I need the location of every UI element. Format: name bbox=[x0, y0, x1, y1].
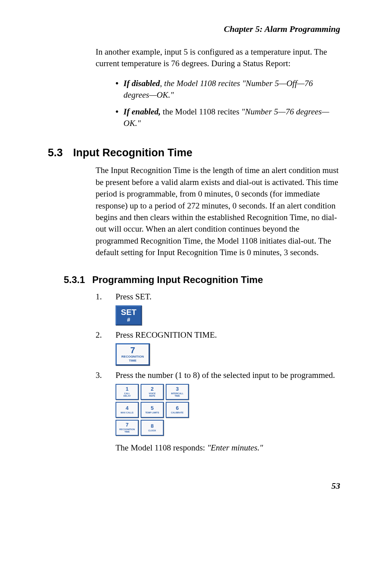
keypad-key-2[interactable]: 2 VOICEREPS bbox=[141, 384, 164, 400]
button-label-line2: TIME bbox=[129, 359, 136, 363]
key-label: RECOGNITIONTIME bbox=[119, 428, 135, 433]
key-number: 4 bbox=[125, 405, 128, 411]
key-label: TEMP LIMITS bbox=[145, 411, 159, 414]
step-2: 2. Press RECOGNITION TIME. bbox=[96, 329, 340, 341]
intro-paragraph: In another example, input 5 is configure… bbox=[96, 46, 340, 70]
keypad-key-1[interactable]: 1 CALLDELAY bbox=[116, 384, 139, 400]
key-label: MAX CALLS bbox=[121, 411, 133, 414]
button-number: 7 bbox=[130, 346, 135, 355]
keypad-key-8[interactable]: 8 CLOCK bbox=[141, 420, 164, 436]
step-number: 3. bbox=[96, 370, 116, 381]
set-button[interactable]: SET # bbox=[116, 305, 142, 325]
key-number: 8 bbox=[151, 423, 153, 429]
key-number: 5 bbox=[151, 405, 153, 411]
step-3: 3. Press the number (1 to 8) of the sele… bbox=[96, 370, 340, 381]
page-number: 53 bbox=[40, 481, 340, 491]
response-prefix: The Model 1108 responds: bbox=[116, 443, 207, 452]
response-quote: "Enter minutes." bbox=[207, 443, 263, 452]
key-label: CALIBRATE bbox=[171, 411, 183, 414]
step-1: 1. Press SET. bbox=[96, 291, 340, 303]
button-sublabel: # bbox=[127, 317, 130, 323]
step-text: Press RECOGNITION TIME. bbox=[116, 329, 340, 341]
step-text: Press SET. bbox=[116, 291, 340, 303]
bullet-lead: If disabled bbox=[123, 79, 160, 88]
button-label-line1: RECOGNITION bbox=[121, 355, 144, 359]
key-number: 6 bbox=[176, 405, 178, 411]
section-heading: 5.3 Input Recognition Time bbox=[48, 147, 340, 159]
keypad: 1 CALLDELAY 2 VOICEREPS 3 INTERCALLTIME … bbox=[116, 384, 340, 436]
subsection-number: 5.3.1 bbox=[64, 274, 85, 285]
bullet-comma: , the Model 1108 recites bbox=[160, 79, 242, 88]
key-label: CLOCK bbox=[148, 429, 156, 432]
bullet-item: If enabled, the Model 1108 recites "Numb… bbox=[116, 106, 340, 130]
bullet-item: If disabled, the Model 1108 recites "Num… bbox=[116, 78, 340, 101]
button-label: SET bbox=[121, 308, 137, 316]
key-label: VOICEREPS bbox=[149, 392, 155, 397]
keypad-key-7[interactable]: 7 RECOGNITIONTIME bbox=[116, 420, 139, 436]
step-number: 1. bbox=[96, 291, 116, 303]
section-title: Input Recognition Time bbox=[73, 147, 193, 159]
chapter-header: Chapter 5: Alarm Programming bbox=[40, 24, 340, 34]
subsection-heading: 5.3.1 Programming Input Recognition Time bbox=[64, 274, 340, 285]
bullet-lead: If enabled, bbox=[123, 107, 161, 116]
key-number: 7 bbox=[125, 422, 128, 427]
section-paragraph: The Input Recognition Time is the length… bbox=[96, 165, 340, 258]
keypad-key-5[interactable]: 5 TEMP LIMITS bbox=[141, 402, 164, 418]
key-label: CALLDELAY bbox=[123, 392, 131, 397]
bullet-rest: the Model 1108 recites bbox=[161, 107, 241, 116]
keypad-key-4[interactable]: 4 MAX CALLS bbox=[116, 402, 139, 418]
recognition-time-button[interactable]: 7 RECOGNITION TIME bbox=[116, 343, 150, 366]
section-number: 5.3 bbox=[48, 147, 63, 159]
key-number: 1 bbox=[125, 386, 128, 391]
step-text: Press the number (1 to 8) of the selecte… bbox=[116, 370, 340, 381]
keypad-key-6[interactable]: 6 CALIBRATE bbox=[166, 402, 189, 418]
key-number: 3 bbox=[176, 386, 178, 391]
response-text: The Model 1108 responds: "Enter minutes.… bbox=[116, 443, 340, 453]
subsection-title: Programming Input Recognition Time bbox=[92, 274, 263, 285]
step-number: 2. bbox=[96, 329, 116, 341]
key-label: INTERCALLTIME bbox=[171, 392, 183, 397]
keypad-key-3[interactable]: 3 INTERCALLTIME bbox=[166, 384, 189, 400]
key-number: 2 bbox=[151, 386, 153, 391]
